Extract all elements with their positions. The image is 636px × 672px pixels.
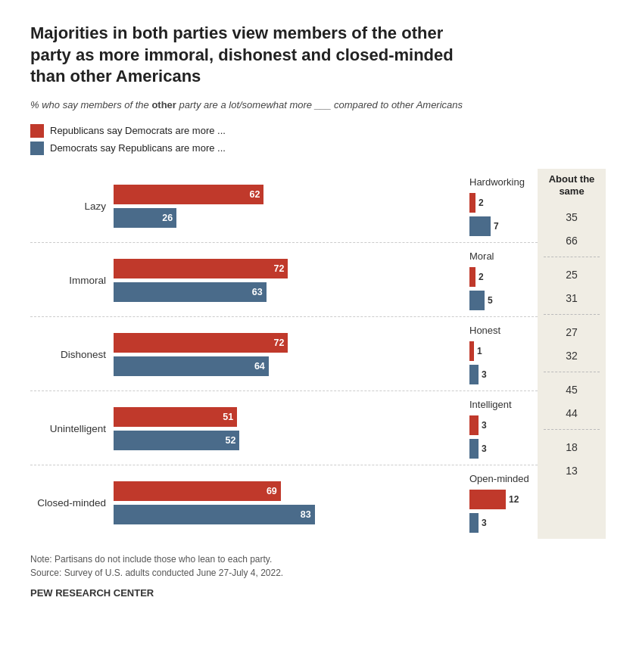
neg-label-1: Immoral	[30, 275, 114, 286]
chart-row-closed-minded: Closed-minded6983Open-minded123	[30, 465, 538, 539]
chart-row-lazy: Lazy6226Hardworking27	[30, 169, 538, 242]
about-val-red-0: 35	[566, 207, 578, 227]
about-val-blue-4: 13	[566, 461, 578, 481]
small-red-row-0: 2	[469, 193, 538, 213]
blue-bar-row-0: 26	[114, 208, 462, 228]
red-bar-2: 72	[114, 333, 288, 353]
blue-bar-row-1: 63	[114, 282, 462, 302]
opposite-bars-1: 25	[469, 267, 538, 310]
opposite-col-0: Hardworking27	[462, 176, 538, 236]
footnote-line2: Source: Survey of U.S. adults conducted …	[30, 566, 606, 580]
about-same-header: About the same	[544, 173, 600, 200]
about-same-row-1: 2531	[544, 257, 600, 314]
blue-bar-2: 64	[114, 356, 269, 376]
small-blue-val-3: 3	[482, 443, 487, 454]
about-val-blue-2: 32	[566, 346, 578, 366]
small-red-row-3: 3	[469, 415, 538, 435]
opposite-col-2: Honest13	[462, 325, 538, 384]
blue-bar-row-4: 83	[114, 505, 462, 524]
neg-label-0: Lazy	[30, 201, 114, 212]
about-same-section: 35662531273245441813	[544, 200, 600, 487]
about-same-row-2: 2732	[544, 314, 600, 372]
bars-col-0: 6226	[114, 185, 462, 228]
small-red-bar-3	[469, 415, 479, 435]
opposite-bars-0: 27	[469, 193, 538, 236]
small-red-val-3: 3	[482, 420, 487, 431]
about-val-red-1: 25	[566, 265, 578, 285]
pos-label-4: Open-minded	[469, 473, 538, 484]
pos-label-2: Honest	[469, 325, 538, 336]
chart-title: Majorities in both parties view members …	[30, 23, 485, 88]
about-val-blue-3: 44	[566, 403, 578, 423]
pos-label-3: Intelligent	[469, 399, 538, 410]
chart-row-immoral: Immoral7263Moral25	[30, 242, 538, 316]
bars-col-1: 7263	[114, 259, 462, 302]
neg-label-3: Unintelligent	[30, 423, 114, 434]
small-blue-row-4: 3	[469, 513, 538, 533]
small-blue-val-0: 7	[494, 221, 499, 232]
legend: Republicans say Democrats are more ... D…	[30, 124, 606, 155]
red-bar-4: 69	[114, 481, 281, 501]
about-val-blue-0: 66	[566, 231, 578, 250]
legend-swatch-red	[30, 124, 44, 138]
bars-col-2: 7264	[114, 333, 462, 376]
pos-label-1: Moral	[469, 250, 538, 262]
about-val-blue-1: 31	[566, 288, 578, 308]
small-red-bar-1	[469, 267, 475, 287]
small-red-bar-2	[469, 341, 474, 361]
about-same-row-0: 3566	[544, 200, 600, 257]
small-red-bar-4	[469, 490, 506, 509]
small-blue-bar-3	[469, 439, 479, 459]
red-bar-row-4: 69	[114, 481, 462, 501]
red-bar-row-3: 51	[114, 407, 462, 427]
legend-item-republican: Republicans say Democrats are more ...	[30, 124, 606, 138]
small-red-row-4: 12	[469, 490, 538, 509]
pew-label: PEW RESEARCH CENTER	[30, 587, 606, 599]
about-val-red-2: 27	[566, 322, 578, 342]
red-bar-row-1: 72	[114, 259, 462, 278]
pos-label-0: Hardworking	[469, 176, 538, 188]
about-val-red-4: 18	[566, 437, 578, 457]
blue-bar-0: 26	[114, 208, 176, 228]
small-blue-bar-0	[469, 216, 491, 236]
small-blue-row-1: 5	[469, 291, 538, 310]
opposite-col-3: Intelligent33	[462, 399, 538, 459]
blue-bar-row-2: 64	[114, 356, 462, 376]
about-same-row-4: 1813	[544, 429, 600, 487]
opposite-col-4: Open-minded123	[462, 473, 538, 533]
chart-row-dishonest: Dishonest7264Honest13	[30, 316, 538, 390]
small-blue-val-1: 5	[488, 295, 493, 306]
chart-main: Lazy6226Hardworking27Immoral7263Moral25D…	[30, 169, 538, 539]
about-same-column: About the same 35662531273245441813	[538, 169, 606, 539]
small-red-bar-0	[469, 193, 475, 213]
legend-label-republican: Republicans say Democrats are more ...	[50, 125, 226, 136]
red-bar-row-2: 72	[114, 333, 462, 353]
small-red-val-2: 1	[477, 346, 482, 356]
red-bar-1: 72	[114, 259, 288, 278]
chart-area: Lazy6226Hardworking27Immoral7263Moral25D…	[30, 169, 606, 539]
opposite-bars-4: 123	[469, 490, 538, 533]
bars-col-4: 6983	[114, 481, 462, 524]
blue-bar-1: 63	[114, 282, 267, 302]
red-bar-row-0: 62	[114, 185, 462, 204]
opposite-col-1: Moral25	[462, 250, 538, 310]
small-blue-bar-1	[469, 291, 485, 310]
blue-bar-4: 83	[114, 505, 315, 524]
about-same-row-3: 4544	[544, 372, 600, 429]
neg-label-4: Closed-minded	[30, 497, 114, 509]
legend-item-democrat: Democrats say Republicans are more ...	[30, 142, 606, 155]
blue-bar-3: 52	[114, 431, 239, 450]
blue-bar-row-3: 52	[114, 431, 462, 450]
small-blue-row-3: 3	[469, 439, 538, 459]
opposite-bars-3: 33	[469, 415, 538, 459]
bars-col-3: 5152	[114, 407, 462, 450]
about-val-red-3: 45	[566, 380, 578, 400]
legend-swatch-blue	[30, 142, 44, 155]
red-bar-0: 62	[114, 185, 263, 204]
small-red-val-0: 2	[479, 198, 484, 208]
chart-subtitle: % who say members of the other party are…	[30, 98, 606, 112]
small-red-row-1: 2	[469, 267, 538, 287]
neg-label-2: Dishonest	[30, 349, 114, 360]
legend-label-democrat: Democrats say Republicans are more ...	[50, 142, 226, 154]
footnote-line1: Note: Partisans do not include those who…	[30, 552, 606, 566]
